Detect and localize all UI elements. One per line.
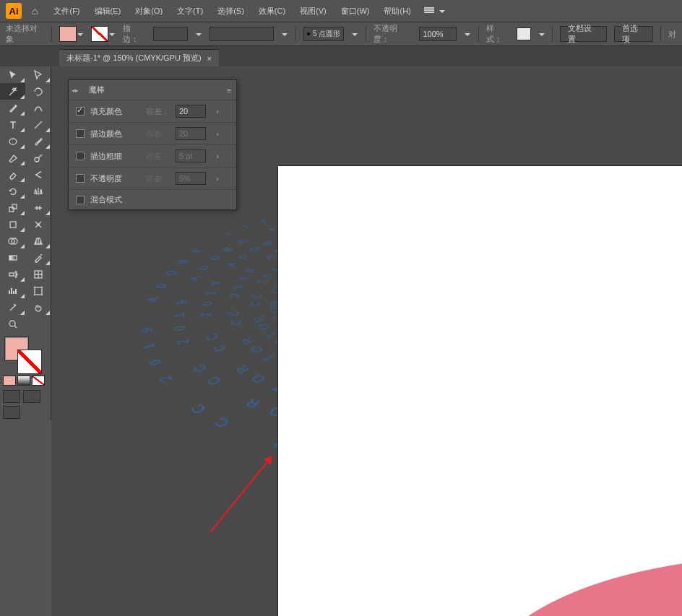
chevron-right-icon[interactable]: › [212,107,223,116]
draw-behind[interactable] [23,390,40,403]
checkbox[interactable] [76,152,85,160]
stroke-label: 描边： [123,23,146,45]
paintbrush-tool[interactable] [25,133,51,149]
symbol-sprayer-tool[interactable] [0,266,25,282]
width-tool[interactable] [25,199,51,216]
menu-select[interactable]: 选择(S) [217,6,244,17]
tolerance-label: 容差： [141,151,170,162]
chevron-down-icon[interactable] [108,30,116,38]
lasso-tool[interactable] [25,83,51,100]
menu-effect[interactable]: 效果(C) [259,6,285,17]
opacity-input[interactable] [419,27,457,41]
checkbox[interactable] [76,174,85,183]
menu-object[interactable]: 对象(O) [135,6,163,17]
gradient-tool[interactable] [0,249,25,266]
blob-brush-tool[interactable] [25,149,51,166]
row-label: 混合模式 [90,194,135,205]
tolerance-input [176,127,206,140]
mesh-tool[interactable] [25,266,51,282]
variable-width-profile[interactable] [210,27,274,41]
preferences-button[interactable]: 首选项 [614,26,653,42]
chevron-down-icon[interactable] [77,30,84,38]
selection-tool[interactable] [0,66,25,83]
screen-mode[interactable] [3,406,20,419]
stroke-swatch[interactable] [91,26,108,42]
reflect-tool[interactable] [25,183,51,199]
app-logo: Ai [6,3,22,19]
svg-point-15 [9,321,15,326]
tolerance-input [176,149,206,162]
puppet-warp-tool[interactable] [25,216,51,233]
stroke-weight-input[interactable] [153,27,188,41]
type-tool[interactable] [0,116,25,133]
menu-window[interactable]: 窗口(W) [341,6,370,17]
document-tab-bar: 未标题-1* @ 150% (CMYK/GPU 预览) × [0,46,682,66]
chevron-down-icon[interactable] [538,30,545,38]
menu-edit[interactable]: 编辑(E) [95,6,121,17]
gradient-mode-swatch[interactable] [17,376,30,386]
tolerance-input [176,172,206,185]
chevron-down-icon [439,7,446,14]
hand-tool[interactable] [25,299,51,316]
panel-row: 描边粗细容差：› [69,145,236,168]
graphic-style-swatch[interactable] [517,27,530,40]
checkbox[interactable] [76,129,85,138]
perspective-grid-tool[interactable] [25,233,51,249]
scale-tool[interactable] [0,199,25,216]
menu-help[interactable]: 帮助(H) [384,6,410,17]
chevron-down-icon[interactable] [281,30,288,38]
selection-status: 未选择对象 [6,23,44,45]
menu-file[interactable]: 文件(F) [53,6,79,17]
menu-view[interactable]: 视图(V) [300,6,327,17]
artboard-tool[interactable] [25,282,51,299]
tolerance-label: 容差： [141,106,170,117]
direct-selection-tool[interactable] [25,66,51,83]
color-mode-swatch[interactable] [3,376,16,386]
fill-stroke-control[interactable] [0,337,51,373]
panel-row: 混合模式 [69,190,236,209]
panel-row: 描边颜色容差：› [69,123,236,145]
zoom-tool[interactable] [0,316,25,332]
column-graph-tool[interactable] [0,282,25,299]
fill-swatch[interactable] [59,26,77,42]
panel-title[interactable]: 魔棒 [82,80,112,100]
svg-point-5 [38,224,39,225]
home-icon[interactable]: ⌂ [32,5,38,17]
align-label[interactable]: 对 [668,29,676,40]
checkbox[interactable] [76,196,85,204]
shape-builder-tool[interactable] [0,233,25,249]
document-tab[interactable]: 未标题-1* @ 150% (CMYK/GPU 预览) × [59,49,219,66]
panel-menu-icon[interactable]: ≡ [222,86,236,95]
slice-tool[interactable] [0,299,25,316]
menu-type[interactable]: 文字(T) [177,6,203,17]
line-segment-tool[interactable] [25,116,51,133]
stroke-color-swatch[interactable] [17,350,42,374]
scissors-tool[interactable] [25,166,51,183]
workspace-switcher[interactable] [424,6,446,15]
annotation-arrow [203,449,290,536]
chevron-down-icon[interactable] [464,30,471,38]
svg-rect-4 [10,222,16,227]
shaper-tool[interactable] [0,149,25,166]
menu-bar: Ai ⌂ 文件(F) 编辑(E) 对象(O) 文字(T) 选择(S) 效果(C)… [0,0,682,22]
brush-definition[interactable]: 5 点圆形 [303,27,344,41]
document-setup-button[interactable]: 文档设置 [560,26,607,42]
chevron-down-icon[interactable] [351,30,358,38]
chevron-down-icon[interactable] [195,30,202,38]
style-label: 样式： [486,23,509,45]
ellipse-tool[interactable] [0,133,25,149]
svg-point-10 [15,272,17,273]
panel-collapse-icon[interactable]: ◂▸ [69,87,82,94]
tolerance-input[interactable] [176,105,206,118]
magic-wand-tool[interactable] [0,83,25,100]
close-icon[interactable]: × [207,54,212,63]
none-mode-swatch[interactable] [32,376,45,386]
rotate-tool[interactable] [0,183,25,199]
checkbox[interactable] [76,107,85,116]
pen-tool[interactable] [0,100,25,116]
eyedropper-tool[interactable] [25,249,51,266]
eraser-tool[interactable] [0,166,25,183]
curvature-tool[interactable] [25,100,51,116]
draw-normal[interactable] [3,390,20,403]
free-transform-tool[interactable] [0,216,25,233]
